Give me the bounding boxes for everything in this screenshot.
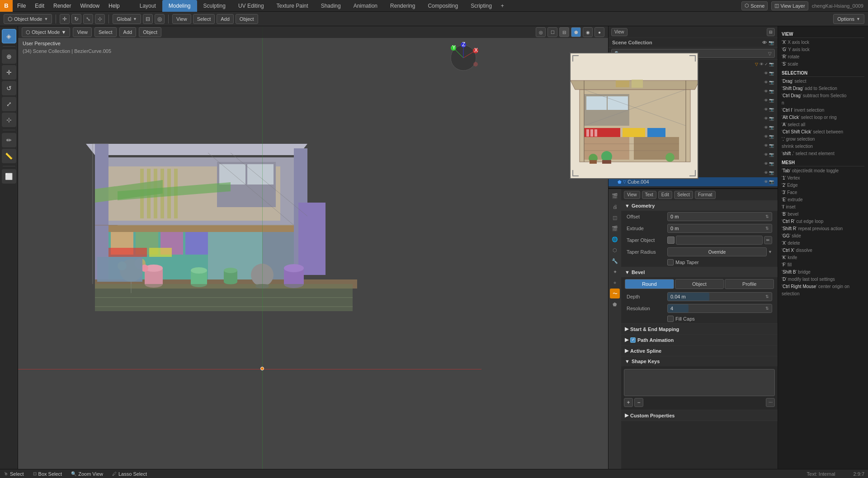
bevel-section-header[interactable]: Bevel — [621, 267, 778, 277]
bc003-render[interactable]: 📷 — [769, 116, 774, 121]
bc003-eye[interactable]: 👁 — [764, 116, 768, 121]
tab-animation[interactable]: Animation — [347, 0, 384, 12]
tab-add[interactable]: + — [498, 0, 507, 12]
bc001-render[interactable]: 📷 — [769, 98, 774, 103]
bc002-eye[interactable]: 👁 — [764, 107, 768, 112]
cube003-render[interactable]: 📷 — [769, 170, 774, 175]
cube-render[interactable]: 📷 — [769, 143, 774, 148]
bc004-render[interactable]: 📷 — [769, 125, 774, 130]
axis-gizmo[interactable]: X Y Z — [448, 42, 479, 74]
prop-icon-particles[interactable]: ✦ — [610, 267, 620, 277]
viewport-add-menu[interactable]: Add — [119, 27, 137, 37]
bc002-render[interactable]: 📷 — [769, 107, 774, 112]
add-cube-tool[interactable]: ⬜ — [2, 169, 16, 184]
tab-compositing[interactable]: Compositing — [421, 0, 464, 12]
bevel-tab-object[interactable]: Object — [675, 279, 724, 289]
extrude-value[interactable]: 0 m ⇅ — [667, 224, 772, 233]
viewport-shading-render[interactable]: ● — [594, 27, 604, 37]
shape-keys-add[interactable]: + — [624, 398, 633, 407]
geometry-section-header[interactable]: Geometry — [621, 201, 778, 211]
tab-sculpting[interactable]: Sculpting — [197, 0, 232, 12]
transform-tool[interactable]: ⊹ — [2, 113, 16, 127]
viewport-xray-toggle[interactable]: ☐ — [547, 27, 557, 37]
tab-uv-editing[interactable]: UV Editing — [232, 0, 270, 12]
select-tool[interactable]: ◈ — [2, 29, 16, 43]
view-menu[interactable]: View — [172, 14, 191, 24]
prop-icon-output[interactable]: 🖨 — [610, 202, 620, 212]
taper-object-field[interactable] — [676, 236, 763, 245]
lights-eye[interactable]: 👁 — [764, 80, 768, 85]
extrude-arrows[interactable]: ⇅ — [765, 226, 769, 231]
cube003-eye[interactable]: 👁 — [764, 170, 768, 175]
prop-icon-physics[interactable]: ⌖ — [610, 278, 620, 288]
bevel-tab-profile[interactable]: Profile — [725, 279, 774, 289]
geo-exclude[interactable]: ✓ — [764, 62, 768, 66]
map-taper-checkbox[interactable] — [667, 259, 674, 265]
3d-viewport[interactable]: ⬡ Object Mode ▼ View Select Add Object ◎… — [18, 26, 608, 469]
transform-tool-transform[interactable]: ⊹ — [95, 14, 105, 24]
menu-edit[interactable]: Edit — [30, 0, 49, 12]
outliner-filter-btn[interactable]: ⊟ — [767, 28, 775, 36]
viewport-object-menu[interactable]: Object — [139, 27, 161, 37]
filter-icon[interactable]: ▽ — [768, 51, 772, 56]
geo-eye[interactable]: 👁 — [760, 62, 764, 66]
viewport-select-menu[interactable]: Select — [94, 27, 117, 37]
tab-shading[interactable]: Shading — [315, 0, 347, 12]
fill-caps-checkbox[interactable] — [667, 316, 674, 322]
collection-eye-icon[interactable]: 👁 — [762, 40, 767, 45]
offset-arrows[interactable]: ⇅ — [765, 214, 769, 219]
taper-object-eye[interactable]: ✏ — [764, 236, 772, 244]
add-menu[interactable]: Add — [217, 14, 234, 24]
cameras-render[interactable]: 📷 — [769, 71, 774, 76]
scale-tool[interactable]: ⤢ — [2, 97, 16, 111]
menu-render[interactable]: Render — [49, 0, 75, 12]
menu-window[interactable]: Window — [75, 0, 104, 12]
prop-icon-modifier[interactable]: 🔧 — [610, 256, 620, 266]
path-animation-header[interactable]: ✓ Path Animation — [621, 335, 778, 345]
cameras-eye[interactable]: 👁 — [764, 71, 768, 76]
offset-value[interactable]: 0 m ⇅ — [667, 212, 772, 221]
prop-icon-object[interactable]: ⬡ — [610, 245, 620, 255]
annotate-tool[interactable]: ✏ — [2, 133, 16, 147]
options-btn[interactable]: Options ▼ — [833, 14, 864, 24]
viewport-shading-wire[interactable]: ⊟ — [559, 27, 569, 37]
bc-render[interactable]: 📷 — [769, 89, 774, 94]
viewport-view-menu[interactable]: View — [73, 27, 92, 37]
move-tool[interactable]: ✛ — [2, 65, 16, 80]
tab-modeling[interactable]: Modeling — [162, 0, 197, 12]
shape-keys-remove[interactable]: − — [634, 398, 643, 407]
active-spline-header[interactable]: Active Spline — [621, 345, 778, 356]
lights-render[interactable]: 📷 — [769, 80, 774, 85]
bc005-render[interactable]: 📷 — [769, 134, 774, 139]
tab-texture-paint[interactable]: Texture Paint — [270, 0, 315, 12]
path-animation-enable[interactable]: ✓ — [630, 337, 636, 343]
cube002-render[interactable]: 📷 — [769, 161, 774, 166]
menu-help[interactable]: Help — [104, 0, 124, 12]
render-engine-selector[interactable]: ⬡ Scene — [741, 1, 768, 10]
rotate-tool[interactable]: ↺ — [2, 81, 16, 95]
measure-tool[interactable]: 📏 — [2, 149, 16, 163]
object-menu[interactable]: Object — [236, 14, 258, 24]
view-layer-selector[interactable]: ◫ View Layer — [771, 1, 808, 10]
bc004-eye[interactable]: 👁 — [764, 125, 768, 130]
transform-tool-rotate[interactable]: ↻ — [71, 14, 81, 24]
transform-tool-move[interactable]: ✛ — [60, 14, 70, 24]
editor-type-btn[interactable]: ⬡ Object Mode ▼ — [4, 14, 52, 24]
cube002-eye[interactable]: 👁 — [764, 161, 768, 166]
prop-icon-render[interactable]: 🎬 — [610, 191, 620, 201]
outliner-item-cube005[interactable]: ⬟ ▽ Cube.005 👁 📷 — [609, 186, 778, 188]
resolution-arrows[interactable]: ⇅ — [765, 306, 769, 311]
geo-render[interactable]: 📷 — [769, 62, 774, 66]
taper-radius-value[interactable]: Override — [667, 247, 767, 256]
viewport-shading-material[interactable]: ◉ — [583, 27, 593, 37]
bc005-eye[interactable]: 👁 — [764, 134, 768, 139]
viewport-shading-solid[interactable]: ⬟ — [571, 27, 581, 37]
transform-orientation[interactable]: Global ▼ — [113, 14, 141, 24]
viewport-editor-type[interactable]: ⬡ Object Mode ▼ — [22, 27, 70, 37]
select-menu[interactable]: Select — [193, 14, 215, 24]
prop-nav-text[interactable]: Text — [642, 191, 656, 199]
transform-tool-scale[interactable]: ⤡ — [83, 14, 93, 24]
prop-nav-view[interactable]: View — [624, 191, 640, 199]
prop-icon-world[interactable]: 🌐 — [610, 234, 620, 244]
proportional-editing[interactable]: ◎ — [155, 14, 165, 24]
